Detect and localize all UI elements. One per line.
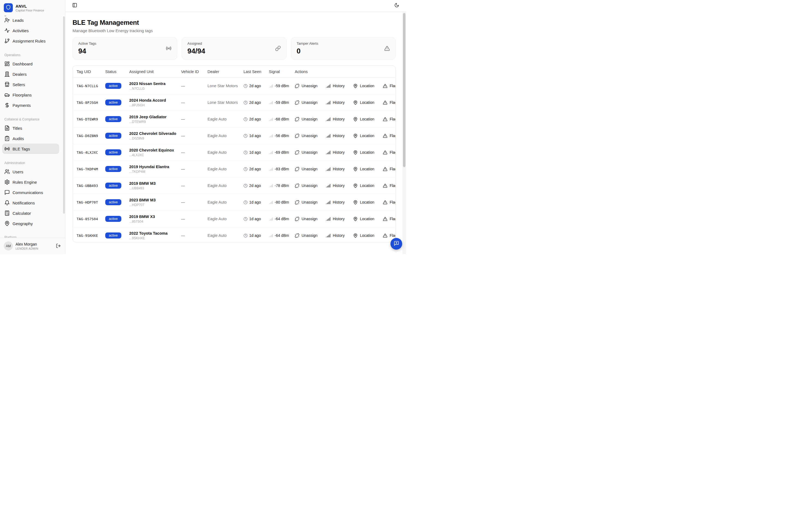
sidebar-item-activities[interactable]: Activities xyxy=(2,25,59,36)
flag-button[interactable]: Flag xyxy=(383,167,396,171)
action-label: History xyxy=(333,167,344,171)
alert-triangle-icon xyxy=(383,167,388,171)
flag-button[interactable]: Flag xyxy=(383,233,396,238)
user-role: LENDER ADMIN xyxy=(15,247,53,250)
signal-value: -80 dBm xyxy=(275,200,289,204)
chat-fab-button[interactable] xyxy=(391,238,402,250)
history-button[interactable]: History xyxy=(326,150,344,155)
vehicle-id: — xyxy=(181,183,207,188)
assigned-unit-id: ...DTEWR9 xyxy=(129,120,181,124)
theme-toggle-button[interactable] xyxy=(393,2,401,9)
row-actions: Unassign History Location Flag xyxy=(295,200,396,205)
history-button[interactable]: History xyxy=(326,84,344,88)
flag-button[interactable]: Flag xyxy=(383,84,396,88)
flag-button[interactable]: Flag xyxy=(383,100,396,105)
unassign-button[interactable]: Unassign xyxy=(295,150,317,155)
unassign-button[interactable]: Unassign xyxy=(295,217,317,221)
action-label: Unassign xyxy=(301,233,317,238)
vehicle-id: — xyxy=(181,217,207,221)
flag-button[interactable]: Flag xyxy=(383,133,396,138)
sidebar-item-sellers[interactable]: Sellers xyxy=(2,79,59,90)
action-label: History xyxy=(333,200,344,204)
history-button[interactable]: History xyxy=(326,200,344,205)
unassign-button[interactable]: Unassign xyxy=(295,167,317,171)
last-seen-value: 2d ago xyxy=(249,183,261,188)
clock-icon xyxy=(243,184,248,188)
unassign-button[interactable]: Unassign xyxy=(295,100,317,105)
unassign-button[interactable]: Unassign xyxy=(295,133,317,138)
signal-value: -69 dBm xyxy=(275,150,289,155)
dealer-name: Eagle Auto xyxy=(207,150,243,155)
unassign-button[interactable]: Unassign xyxy=(295,183,317,188)
sidebar-item-payments[interactable]: Payments xyxy=(2,100,59,111)
sidebar-toggle-button[interactable] xyxy=(71,2,79,9)
location-button[interactable]: Location xyxy=(353,117,374,122)
unassign-button[interactable]: Unassign xyxy=(295,84,317,88)
location-button[interactable]: Location xyxy=(353,133,374,138)
location-button[interactable]: Location xyxy=(353,167,374,171)
sidebar-item-audits[interactable]: Audits xyxy=(2,133,59,143)
signal-value: -78 dBm xyxy=(275,183,289,188)
action-label: Unassign xyxy=(301,200,317,204)
sidebar-item-floorplans[interactable]: Floorplans xyxy=(2,90,59,100)
sidebar-item-notifications[interactable]: Notifications xyxy=(2,198,59,208)
action-label: History xyxy=(333,133,344,138)
flag-button[interactable]: Flag xyxy=(383,117,396,122)
location-button[interactable]: Location xyxy=(353,217,374,221)
history-button[interactable]: History xyxy=(326,100,344,105)
sidebar-item-geography[interactable]: Geography xyxy=(2,218,59,229)
flag-button[interactable]: Flag xyxy=(383,183,396,188)
status-badge: active xyxy=(105,199,121,205)
store-icon xyxy=(4,82,10,87)
flag-button[interactable]: Flag xyxy=(383,150,396,155)
location-button[interactable]: Location xyxy=(353,200,374,205)
sidebar-item-leads[interactable]: Leads xyxy=(2,15,59,25)
history-button[interactable]: History xyxy=(326,167,344,171)
history-button[interactable]: History xyxy=(326,217,344,221)
location-button[interactable]: Location xyxy=(353,233,374,238)
signal-bars-icon xyxy=(326,133,330,138)
unlink-icon xyxy=(295,117,299,122)
unassign-button[interactable]: Unassign xyxy=(295,200,317,205)
tag-uid: TAG-8PJSGH xyxy=(77,100,105,104)
location-button[interactable]: Location xyxy=(353,183,374,188)
sidebar-item-calculator[interactable]: Calculator xyxy=(2,208,59,218)
sidebar-item-dealers[interactable]: Dealers xyxy=(2,69,59,79)
sidebar-item-communications[interactable]: Communications xyxy=(2,187,59,198)
action-label: Unassign xyxy=(301,183,317,188)
row-actions: Unassign History Location Flag xyxy=(295,117,396,122)
main-scrollbar-thumb[interactable] xyxy=(403,13,405,167)
sidebar-item-label: Activities xyxy=(12,28,29,33)
assigned-unit-id: ...TKDP4M xyxy=(129,170,181,174)
topbar xyxy=(66,0,406,12)
location-button[interactable]: Location xyxy=(353,150,374,155)
gear-icon xyxy=(4,179,10,185)
dealer-name: Lone Star Motors xyxy=(207,84,243,88)
assigned-unit-id: ...UBB493 xyxy=(129,186,181,190)
signal-bars-icon xyxy=(269,217,273,221)
sidebar-item-assignment-rules[interactable]: Assignment Rules xyxy=(2,36,59,46)
signal-bars-icon xyxy=(326,150,330,155)
status-badge: active xyxy=(105,166,121,172)
sidebar-scrollbar-thumb[interactable] xyxy=(63,16,65,214)
location-button[interactable]: Location xyxy=(353,84,374,88)
sidebar-item-ble-tags[interactable]: BLE Tags xyxy=(2,143,59,154)
unassign-button[interactable]: Unassign xyxy=(295,233,317,238)
sidebar-item-dashboard[interactable]: Dashboard xyxy=(2,58,59,69)
sidebar-item-rules-engine[interactable]: Rules Engine xyxy=(2,177,59,187)
flag-button[interactable]: Flag xyxy=(383,217,396,221)
history-button[interactable]: History xyxy=(326,133,344,138)
action-label: History xyxy=(333,84,344,88)
sidebar-item-users[interactable]: Users xyxy=(2,167,59,177)
sidebar-item-titles[interactable]: Titles xyxy=(2,123,59,133)
unassign-button[interactable]: Unassign xyxy=(295,117,317,122)
history-button[interactable]: History xyxy=(326,183,344,188)
sidebar-section-label: Operations xyxy=(2,53,59,58)
signal-bars-icon xyxy=(269,100,273,104)
logout-button[interactable] xyxy=(56,243,62,249)
history-button[interactable]: History xyxy=(326,233,344,238)
flag-button[interactable]: Flag xyxy=(383,200,396,205)
table-row: TAG-N7CLLG active 2023 Nissan Sentra ...… xyxy=(73,78,395,94)
history-button[interactable]: History xyxy=(326,117,344,122)
location-button[interactable]: Location xyxy=(353,100,374,105)
